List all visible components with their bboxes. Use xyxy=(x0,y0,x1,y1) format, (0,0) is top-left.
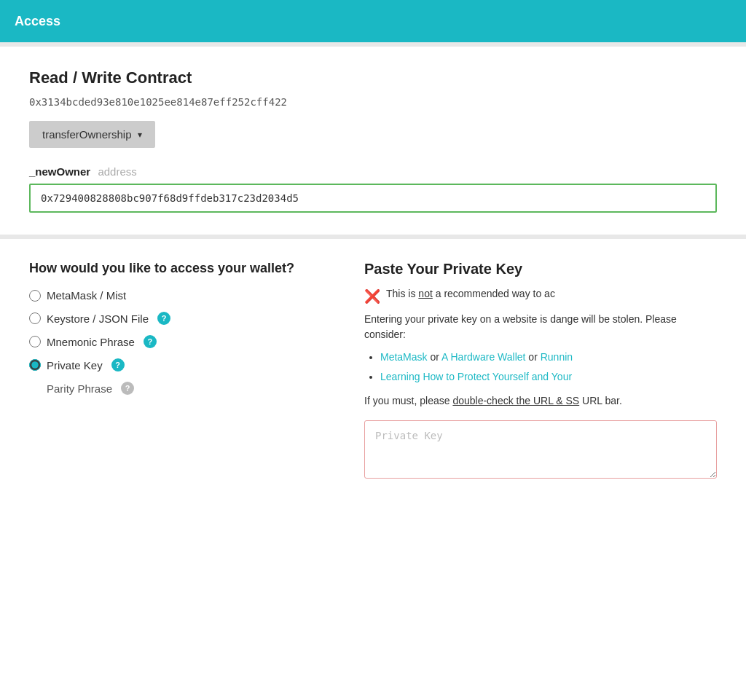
contract-title: Read / Write Contract xyxy=(29,68,717,87)
radio-option-privatekey[interactable]: Private Key ? xyxy=(29,358,335,371)
radio-option-keystore[interactable]: Keystore / JSON File ? xyxy=(29,312,335,325)
parity-help-icon[interactable]: ? xyxy=(121,382,134,395)
warning-row: ❌ This is not a recommended way to ac xyxy=(364,288,717,304)
radio-metamask-label: MetaMask / Mist xyxy=(47,289,126,302)
hardware-wallet-link[interactable]: A Hardware Wallet xyxy=(441,351,525,363)
warning-list-item-2: Learning How to Protect Yourself and You… xyxy=(380,369,717,385)
radio-privatekey-label: Private Key xyxy=(47,359,103,371)
check-url-text: If you must, please double-check the URL… xyxy=(364,393,717,409)
warning-list-item-1: MetaMask or A Hardware Wallet or Runnin xyxy=(380,350,717,365)
left-panel: How would you like to access your wallet… xyxy=(29,261,335,481)
warning-icon: ❌ xyxy=(364,288,380,304)
radio-metamask[interactable] xyxy=(29,290,41,302)
radio-keystore-label: Keystore / JSON File xyxy=(47,312,149,325)
metamask-link[interactable]: MetaMask xyxy=(380,351,428,363)
warning-list: MetaMask or A Hardware Wallet or Runnin … xyxy=(364,350,717,385)
privatekey-help-icon[interactable]: ? xyxy=(111,358,125,371)
param-input[interactable] xyxy=(29,184,717,213)
keystore-help-icon[interactable]: ? xyxy=(157,312,170,325)
running-link[interactable]: Runnin xyxy=(541,351,573,363)
bottom-section: How would you like to access your wallet… xyxy=(0,239,746,503)
top-section: Read / Write Contract 0x3134bcded93e810e… xyxy=(0,47,746,235)
warning-desc: Entering your private key on a website i… xyxy=(364,312,717,342)
function-dropdown-label: transferOwnership xyxy=(42,128,132,141)
right-panel: Paste Your Private Key ❌ This is not a r… xyxy=(364,261,717,481)
learning-link[interactable]: Learning How to Protect Yourself and You… xyxy=(380,371,572,382)
param-name: _newOwner xyxy=(29,165,90,178)
header: Access xyxy=(0,0,746,42)
radio-privatekey[interactable] xyxy=(29,359,41,371)
contract-address: 0x3134bcded93e810e1025ee814e87eff252cff4… xyxy=(29,96,717,108)
radio-option-metamask[interactable]: MetaMask / Mist xyxy=(29,289,335,302)
mnemonic-help-icon[interactable]: ? xyxy=(144,335,157,348)
warning-not: not xyxy=(418,288,432,299)
radio-option-mnemonic[interactable]: Mnemonic Phrase ? xyxy=(29,335,335,348)
warning-text: This is not a recommended way to ac xyxy=(386,288,555,299)
private-key-input[interactable] xyxy=(364,420,717,479)
param-type: address xyxy=(98,165,136,178)
paste-key-title: Paste Your Private Key xyxy=(364,261,717,278)
function-dropdown[interactable]: transferOwnership ▾ xyxy=(29,121,155,148)
dropdown-arrow-icon: ▾ xyxy=(138,130,142,140)
radio-parity-label: Parity Phrase xyxy=(47,382,112,395)
radio-keystore[interactable] xyxy=(29,312,41,324)
radio-mnemonic-label: Mnemonic Phrase xyxy=(47,336,135,348)
check-url-link: double-check the URL & SS xyxy=(452,395,579,406)
radio-option-parity: Parity Phrase ? xyxy=(47,382,335,395)
radio-mnemonic[interactable] xyxy=(29,336,41,347)
header-title: Access xyxy=(15,14,60,29)
wallet-section-title: How would you like to access your wallet… xyxy=(29,261,335,276)
param-label: _newOwner address xyxy=(29,165,717,178)
